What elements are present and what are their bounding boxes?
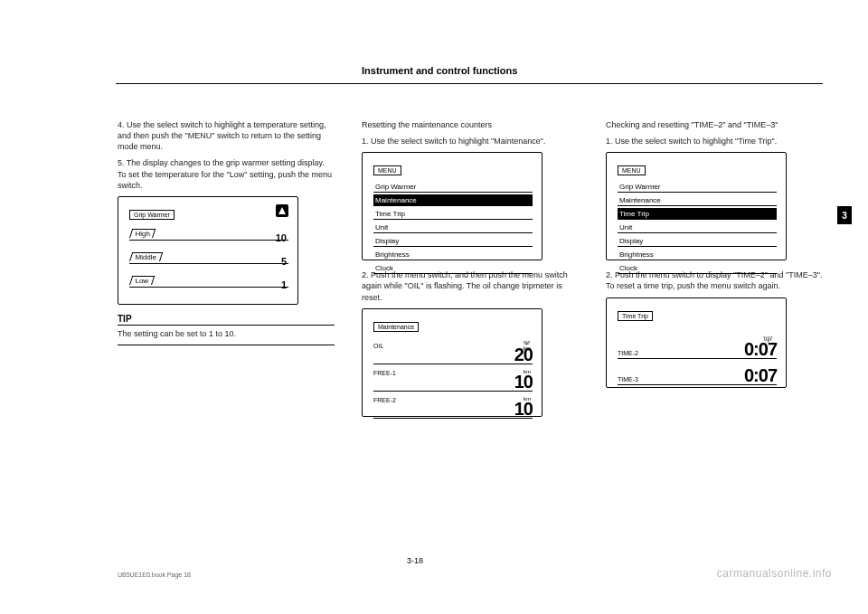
maint-value: 20 bbox=[514, 345, 533, 365]
section-tab: 3 bbox=[837, 206, 852, 224]
manual-page: Instrument and control functions 3 4. Us… bbox=[0, 0, 868, 614]
maint-label: FREE-1 bbox=[373, 370, 396, 376]
lcd-title: MENU bbox=[373, 165, 401, 175]
menu-item-selected: Time Trip bbox=[618, 208, 777, 220]
lcd-title: Grip Warmer bbox=[129, 210, 175, 220]
lcd-illustration-menu1: MENU Grip Warmer Maintenance Time Trip U… bbox=[362, 152, 542, 260]
lcd-screen: Time Trip TIME-2 \ \ | / / 0:07 TIME-3 0… bbox=[606, 298, 787, 388]
lcd-illustration-maintenance: Maintenance OIL \ \ | / / km 20 FREE-1 k… bbox=[362, 308, 542, 417]
menu-item: Display bbox=[618, 235, 777, 247]
lcd-screen: Grip Warmer High 10 Middle 5 Low bbox=[118, 196, 298, 305]
menu-item: Brightness bbox=[373, 249, 533, 260]
menu-item: Grip Warmer bbox=[618, 181, 777, 193]
menu-list: Grip Warmer Maintenance Time Trip Unit D… bbox=[373, 181, 533, 274]
menu-list: Grip Warmer Maintenance Time Trip Unit D… bbox=[618, 181, 777, 274]
timetrip-value: 0:07 bbox=[744, 339, 777, 360]
menu-item: Maintenance bbox=[618, 194, 777, 206]
timetrip-label: TIME-3 bbox=[618, 376, 638, 383]
step-text: 2. Push the menu switch, and then push t… bbox=[362, 269, 579, 302]
menu-item: Unit bbox=[373, 222, 533, 233]
maint-label: FREE-2 bbox=[373, 397, 396, 403]
lcd-title: Time Trip bbox=[618, 311, 653, 321]
grip-label: High bbox=[135, 230, 149, 238]
header-rule bbox=[116, 83, 823, 84]
menu-item: Time Trip bbox=[373, 208, 533, 220]
foot-code: UB5UE1E0.book Page 18 bbox=[118, 571, 191, 578]
menu-item: Brightness bbox=[618, 249, 777, 260]
lcd-illustration-menu2: MENU Grip Warmer Maintenance Time Trip U… bbox=[606, 152, 787, 260]
grip-value: 5 bbox=[281, 256, 287, 267]
page-number: 3-18 bbox=[407, 556, 423, 565]
grip-value: 1 bbox=[281, 279, 287, 290]
maint-row-oil: OIL \ \ | / / km 20 bbox=[373, 339, 533, 364]
timetrip-value: 0:07 bbox=[744, 365, 777, 386]
subheading: Checking and resetting "TIME–2" and "TIM… bbox=[606, 119, 823, 130]
column-1: 4. Use the select switch to highlight a … bbox=[118, 119, 335, 345]
page-header: Instrument and control functions bbox=[362, 65, 517, 76]
grip-row-middle: Middle 5 bbox=[129, 247, 288, 267]
grip-row-low: Low 1 bbox=[129, 270, 288, 290]
column-3: Checking and resetting "TIME–2" and "TIM… bbox=[606, 119, 823, 397]
step-text: 4. Use the select switch to highlight a … bbox=[118, 119, 335, 152]
column-2: Resetting the maintenance counters 1. Us… bbox=[362, 119, 579, 426]
lcd-screen: MENU Grip Warmer Maintenance Time Trip U… bbox=[606, 152, 787, 260]
step-text: 1. Use the select switch to highlight "T… bbox=[606, 136, 823, 146]
maint-row-free2: FREE-2 km 10 bbox=[373, 393, 533, 419]
watermark: carmanualsonline.info bbox=[717, 567, 832, 580]
timetrip-label: TIME-2 bbox=[618, 350, 638, 356]
maint-value: 10 bbox=[514, 399, 533, 420]
grip-value: 10 bbox=[276, 232, 287, 243]
lcd-screen: Maintenance OIL \ \ | / / km 20 FREE-1 k… bbox=[362, 308, 542, 417]
lcd-screen: MENU Grip Warmer Maintenance Time Trip U… bbox=[362, 152, 542, 260]
maint-row-free1: FREE-1 km 10 bbox=[373, 366, 533, 392]
subheading: Resetting the maintenance counters bbox=[362, 119, 579, 130]
warning-icon bbox=[276, 204, 288, 217]
lcd-title: Maintenance bbox=[373, 322, 419, 332]
grip-row-high: High 10 bbox=[129, 223, 288, 243]
grip-label: Low bbox=[135, 277, 148, 285]
menu-item-selected: Maintenance bbox=[373, 194, 533, 206]
menu-item: Unit bbox=[618, 222, 777, 233]
tip-rule bbox=[118, 345, 335, 345]
svg-marker-0 bbox=[278, 207, 286, 214]
menu-item: Grip Warmer bbox=[373, 181, 533, 193]
menu-item: Clock bbox=[373, 262, 533, 274]
step-text: 1. Use the select switch to highlight "M… bbox=[362, 136, 579, 146]
tip-block: TIP The setting can be set to 1 to 10. bbox=[118, 314, 335, 345]
maint-label: OIL bbox=[373, 343, 383, 349]
lcd-illustration-timetrip: Time Trip TIME-2 \ \ | / / 0:07 TIME-3 0… bbox=[606, 298, 787, 388]
tip-heading: TIP bbox=[118, 314, 335, 326]
menu-item: Clock bbox=[618, 262, 777, 274]
step-text: 5. The display changes to the grip warme… bbox=[118, 157, 335, 190]
timetrip-row-2: TIME-2 \ \ | / / 0:07 bbox=[618, 335, 777, 359]
tip-text: The setting can be set to 1 to 10. bbox=[118, 328, 335, 339]
grip-label: Middle bbox=[135, 253, 156, 261]
timetrip-row-3: TIME-3 0:07 bbox=[618, 362, 777, 385]
maint-value: 10 bbox=[514, 372, 533, 392]
lcd-illustration-grip: Grip Warmer High 10 Middle 5 Low bbox=[118, 196, 298, 305]
menu-item: Display bbox=[373, 235, 533, 247]
lcd-title: MENU bbox=[618, 165, 646, 175]
